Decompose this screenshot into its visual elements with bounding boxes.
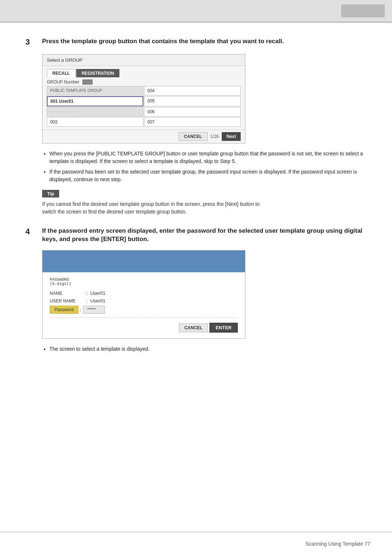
cell-003[interactable]: 003 (47, 117, 143, 127)
top-bar-decoration (341, 4, 385, 17)
password-ui-footer: CANCEL ENTER (50, 321, 238, 333)
tip-label: Tip (42, 190, 59, 197)
step-3-bullets: When you press the [PUBLIC TEMPLATE GROU… (42, 150, 367, 183)
cancel-button-step3[interactable]: CANCEL (179, 132, 208, 141)
top-bar (0, 0, 392, 22)
name-colon: : (86, 290, 87, 296)
cell-public[interactable]: PUBLIC TEMPLATE GROUP (47, 86, 143, 95)
ui-tabs: RECALL REGISTRATION (42, 66, 245, 77)
cell-007[interactable]: 007 (144, 117, 241, 127)
ui-box-title: Select a GROUP (42, 54, 245, 66)
tab-registration[interactable]: REGISTRATION (76, 69, 120, 77)
step-3-title: Press the template group button that con… (42, 37, 284, 46)
username-label: USER NAME (50, 298, 86, 304)
cell-006[interactable]: 006 (144, 107, 241, 117)
tip-text: If you cannot find the desired user temp… (42, 200, 267, 216)
step-4-title: If the password entry screen displayed, … (42, 227, 367, 244)
step-4-section: 4 If the password entry screen displayed… (25, 227, 367, 353)
group-number-label: GROUP Number (47, 80, 79, 85)
bullet-item: The screen to select a template is displ… (49, 345, 367, 353)
password-hint-label: PASSWORD(5-digit) (50, 277, 238, 286)
select-group-ui-box: Select a GROUP RECALL REGISTRATION GROUP… (42, 54, 245, 143)
bullet-item: If the password has been set to the sele… (49, 168, 367, 183)
cell-001[interactable]: 001 User01 (47, 96, 143, 106)
password-ui-box: PASSWORD(5-digit) NAME : User01 USER NAM… (42, 250, 245, 339)
cell-002[interactable]: — — — — — (47, 107, 143, 117)
group-ui-footer: CANCEL 1/26 Next (42, 130, 245, 143)
step-3-section: 3 Press the template group button that c… (25, 37, 367, 216)
step-3-number: 3 (25, 37, 36, 48)
bottom-divider (0, 532, 392, 533)
username-row: USER NAME : User01 (50, 298, 238, 304)
step-4-number: 4 (25, 227, 36, 237)
cancel-button-step4[interactable]: CANCEL (179, 323, 208, 332)
name-value: User01 (90, 290, 106, 296)
password-field-colon: : (80, 307, 81, 313)
step-4-bullets: The screen to select a template is displ… (42, 345, 367, 353)
password-field-button[interactable]: Password (50, 306, 78, 314)
next-button[interactable]: Next (222, 132, 241, 141)
cell-005[interactable]: 005 (144, 96, 241, 106)
enter-button[interactable]: ENTER (209, 323, 238, 333)
group-grid: PUBLIC TEMPLATE GROUP 004 001 User01 005… (42, 86, 245, 130)
password-ui-header-bar (42, 250, 245, 272)
page-indicator: 1/26 (211, 134, 219, 139)
group-number-row: GROUP Number (42, 77, 245, 86)
step-4-header: 4 If the password entry screen displayed… (25, 227, 367, 244)
password-field-value: ***** (83, 306, 105, 314)
name-row: NAME : User01 (50, 290, 238, 296)
password-field-row: Password : ***** (50, 306, 238, 314)
username-value: User01 (90, 298, 106, 304)
password-divider (50, 317, 238, 318)
main-content: 3 Press the template group button that c… (0, 23, 392, 378)
step-3-header: 3 Press the template group button that c… (25, 37, 367, 48)
bullet-item: When you press the [PUBLIC TEMPLATE GROU… (49, 150, 367, 165)
tab-recall[interactable]: RECALL (47, 69, 75, 77)
tip-box: Tip If you cannot find the desired user … (42, 190, 267, 216)
group-number-box (82, 80, 93, 85)
cell-004[interactable]: 004 (144, 86, 241, 95)
page-footer: Scanning Using Template 77 (306, 541, 370, 547)
password-ui-body: PASSWORD(5-digit) NAME : User01 USER NAM… (42, 272, 245, 338)
name-label: NAME (50, 291, 86, 296)
username-colon: : (86, 298, 87, 304)
